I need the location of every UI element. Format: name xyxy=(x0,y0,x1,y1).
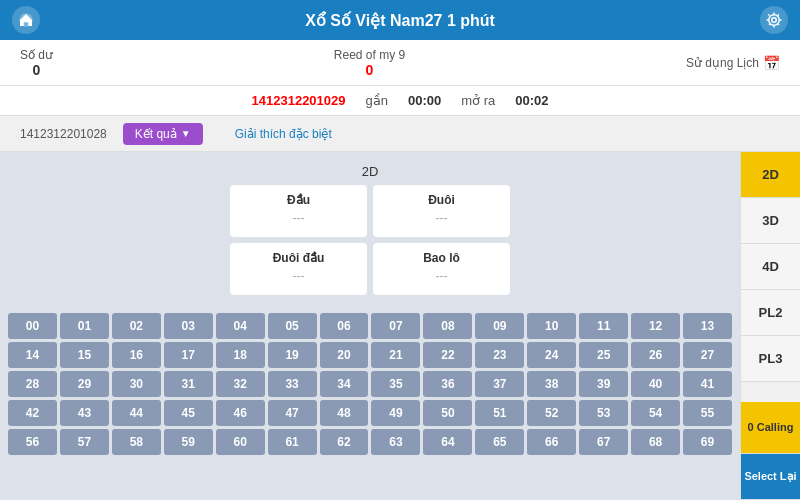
calling-button[interactable]: 0 Calling xyxy=(741,402,800,454)
number-cell[interactable]: 38 xyxy=(527,371,576,397)
number-cell[interactable]: 65 xyxy=(475,429,524,455)
number-cell[interactable]: 62 xyxy=(320,429,369,455)
balance-value: 0 xyxy=(20,62,53,78)
number-cell[interactable]: 36 xyxy=(423,371,472,397)
number-cell[interactable]: 30 xyxy=(112,371,161,397)
number-cell[interactable]: 51 xyxy=(475,400,524,426)
number-cell[interactable]: 69 xyxy=(683,429,732,455)
number-cell[interactable]: 63 xyxy=(371,429,420,455)
number-cell[interactable]: 61 xyxy=(268,429,317,455)
number-cell[interactable]: 19 xyxy=(268,342,317,368)
number-cell[interactable]: 18 xyxy=(216,342,265,368)
number-cell[interactable]: 42 xyxy=(8,400,57,426)
number-cell[interactable]: 55 xyxy=(683,400,732,426)
number-cell[interactable]: 27 xyxy=(683,342,732,368)
sidebar-btn-4d[interactable]: 4D xyxy=(741,244,800,290)
number-cell[interactable]: 54 xyxy=(631,400,680,426)
history-label: Sử dụng Lịch xyxy=(686,56,759,70)
number-cell[interactable]: 08 xyxy=(423,313,472,339)
number-cell[interactable]: 14 xyxy=(8,342,57,368)
reed-value: 0 xyxy=(334,62,405,78)
number-cell[interactable]: 37 xyxy=(475,371,524,397)
number-cell[interactable]: 06 xyxy=(320,313,369,339)
gan-label: gần xyxy=(366,93,388,108)
sidebar-btn-3d[interactable]: 3D xyxy=(741,198,800,244)
number-cell[interactable]: 45 xyxy=(164,400,213,426)
number-cell[interactable]: 68 xyxy=(631,429,680,455)
ketqua-button[interactable]: Kết quả xyxy=(123,123,203,145)
sidebar-btn-2d[interactable]: 2D xyxy=(741,152,800,198)
number-cell[interactable]: 44 xyxy=(112,400,161,426)
sidebar-btn-pl2[interactable]: PL2 xyxy=(741,290,800,336)
number-cell[interactable]: 46 xyxy=(216,400,265,426)
number-cell[interactable]: 64 xyxy=(423,429,472,455)
number-cell[interactable]: 67 xyxy=(579,429,628,455)
number-cell[interactable]: 24 xyxy=(527,342,576,368)
main-content: 2D Đầu ---Đuôi ---Đuôi đầu ---Bao lô ---… xyxy=(0,152,800,500)
number-cell[interactable]: 53 xyxy=(579,400,628,426)
number-cell[interactable]: 59 xyxy=(164,429,213,455)
explain-link[interactable]: Giải thích đặc biệt xyxy=(235,127,332,141)
number-cell[interactable]: 03 xyxy=(164,313,213,339)
left-panel: 2D Đầu ---Đuôi ---Đuôi đầu ---Bao lô ---… xyxy=(0,152,740,500)
number-cell[interactable]: 34 xyxy=(320,371,369,397)
number-cell[interactable]: 00 xyxy=(8,313,57,339)
number-cell[interactable]: 22 xyxy=(423,342,472,368)
number-cell[interactable]: 66 xyxy=(527,429,576,455)
number-cell[interactable]: 04 xyxy=(216,313,265,339)
number-cell[interactable]: 49 xyxy=(371,400,420,426)
number-cell[interactable]: 47 xyxy=(268,400,317,426)
number-cell[interactable]: 50 xyxy=(423,400,472,426)
number-cell[interactable]: 13 xyxy=(683,313,732,339)
number-cell[interactable]: 39 xyxy=(579,371,628,397)
number-cell[interactable]: 35 xyxy=(371,371,420,397)
number-cell[interactable]: 10 xyxy=(527,313,576,339)
number-cell[interactable]: 05 xyxy=(268,313,317,339)
number-cell[interactable]: 60 xyxy=(216,429,265,455)
number-cell[interactable]: 52 xyxy=(527,400,576,426)
bet-box[interactable]: Đầu --- xyxy=(230,185,367,237)
number-cell[interactable]: 20 xyxy=(320,342,369,368)
number-cell[interactable]: 48 xyxy=(320,400,369,426)
number-cell[interactable]: 57 xyxy=(60,429,109,455)
number-cell[interactable]: 02 xyxy=(112,313,161,339)
bet-box[interactable]: Đuôi đầu --- xyxy=(230,243,367,295)
number-cell[interactable]: 12 xyxy=(631,313,680,339)
number-cell[interactable]: 40 xyxy=(631,371,680,397)
bet-box-value: --- xyxy=(238,269,359,283)
section-2d-title: 2D xyxy=(8,164,732,179)
sidebar-btn-pl3[interactable]: PL3 xyxy=(741,336,800,382)
bet-box-title: Đầu xyxy=(238,193,359,207)
settings-icon[interactable] xyxy=(760,6,788,34)
number-cell[interactable]: 23 xyxy=(475,342,524,368)
number-cell[interactable]: 17 xyxy=(164,342,213,368)
number-cell[interactable]: 07 xyxy=(371,313,420,339)
number-cell[interactable]: 33 xyxy=(268,371,317,397)
bet-box[interactable]: Bao lô --- xyxy=(373,243,510,295)
number-cell[interactable]: 29 xyxy=(60,371,109,397)
number-cell[interactable]: 58 xyxy=(112,429,161,455)
number-cell[interactable]: 25 xyxy=(579,342,628,368)
select-lai-button[interactable]: Select Lại xyxy=(741,454,800,500)
number-cell[interactable]: 43 xyxy=(60,400,109,426)
bet-box[interactable]: Đuôi --- xyxy=(373,185,510,237)
number-cell[interactable]: 41 xyxy=(683,371,732,397)
number-cell[interactable]: 26 xyxy=(631,342,680,368)
number-cell[interactable]: 32 xyxy=(216,371,265,397)
number-cell[interactable]: 21 xyxy=(371,342,420,368)
number-cell[interactable]: 15 xyxy=(60,342,109,368)
history-section[interactable]: Sử dụng Lịch 📅 xyxy=(686,55,780,71)
number-cell[interactable]: 28 xyxy=(8,371,57,397)
section-2d: 2D Đầu ---Đuôi ---Đuôi đầu ---Bao lô --- xyxy=(8,160,732,307)
bet-box-title: Đuôi xyxy=(381,193,502,207)
mo-ra-value: 00:02 xyxy=(515,93,548,108)
number-cell[interactable]: 09 xyxy=(475,313,524,339)
number-cell[interactable]: 56 xyxy=(8,429,57,455)
sidebar-spacer xyxy=(741,382,800,402)
number-cell[interactable]: 31 xyxy=(164,371,213,397)
number-cell[interactable]: 16 xyxy=(112,342,161,368)
number-cell[interactable]: 01 xyxy=(60,313,109,339)
home-icon[interactable] xyxy=(12,6,40,34)
mo-ra-label: mở ra xyxy=(461,93,495,108)
number-cell[interactable]: 11 xyxy=(579,313,628,339)
